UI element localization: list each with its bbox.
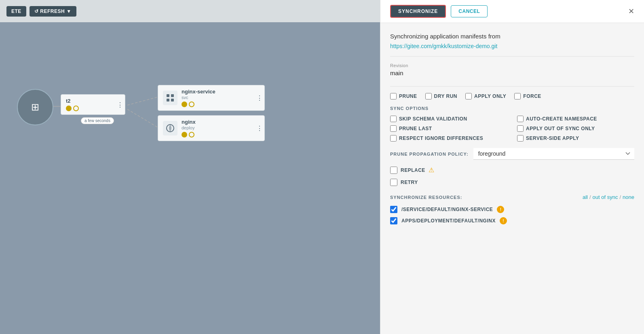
main-node-icon: ⊞ — [31, 101, 39, 113]
server-side-item[interactable]: SERVER-SIDE APPLY — [517, 135, 634, 142]
diagram-area: ETE ↺ REFRESH ▼ ⊞ t2 ⋮ — [0, 0, 380, 334]
service-node-name: nginx-service — [182, 89, 260, 95]
prune-policy-label: PRUNE PROPAGATION POLICY: — [390, 152, 469, 156]
prune-policy-select[interactable]: foreground background orphan — [473, 148, 634, 160]
panel-header: SYNCHRONIZE CANCEL ✕ — [380, 0, 644, 23]
deploy-node-menu[interactable]: ⋮ — [256, 125, 263, 132]
retry-checkbox[interactable] — [390, 179, 397, 186]
service-status-1 — [182, 101, 187, 107]
resources-section-title: SYNCHRONIZE RESOURCES: — [390, 195, 462, 200]
prune-policy-row: PRUNE PROPAGATION POLICY: foreground bac… — [390, 148, 634, 160]
refresh-label: REFRESH — [40, 8, 65, 14]
resources-header: SYNCHRONIZE RESOURCES: all / out of sync… — [390, 194, 634, 200]
deploy-node[interactable]: nginx deploy ⋮ — [158, 115, 265, 141]
dry-run-checkbox[interactable] — [425, 93, 432, 99]
revision-value: main — [390, 70, 634, 80]
sync-options-title: SYNC OPTIONS — [390, 106, 634, 111]
toolbar: ETE ↺ REFRESH ▼ — [0, 0, 380, 22]
dry-run-checkbox-item[interactable]: DRY RUN — [425, 93, 458, 99]
force-label: FORCE — [523, 93, 541, 99]
service-node-icon — [163, 91, 177, 105]
dry-run-label: DRY RUN — [434, 93, 458, 99]
revision-label: Revision — [390, 63, 634, 68]
respect-ignore-item[interactable]: RESPECT IGNORE DIFFERENCES — [390, 135, 507, 142]
status-dot-2 — [73, 106, 79, 111]
panel-body: Synchronizing application manifests from… — [380, 23, 644, 334]
prune-last-label: PRUNE LAST — [399, 126, 432, 131]
apply-oos-item[interactable]: APPLY OUT OF SYNC ONLY — [517, 125, 634, 132]
delete-button[interactable]: ETE — [6, 6, 26, 17]
auto-create-ns-label: AUTO-CREATE NAMESPACE — [526, 116, 597, 122]
skip-schema-label: SKIP SCHEMA VALIDATION — [399, 116, 467, 122]
resource-2-badge: ! — [500, 217, 507, 224]
diagram-content: ⊞ t2 ⋮ a few seconds nginx-service svc — [0, 22, 380, 334]
service-status-2 — [189, 101, 194, 107]
deploy-status-2 — [189, 132, 194, 137]
apply-only-checkbox[interactable] — [465, 93, 472, 99]
refresh-button[interactable]: ↺ REFRESH ▼ — [30, 6, 76, 17]
svg-rect-4 — [171, 94, 174, 97]
all-resources-link[interactable]: all — [583, 194, 588, 200]
auto-create-ns-checkbox[interactable] — [517, 116, 524, 122]
replace-checkbox[interactable] — [390, 167, 397, 174]
prune-checkbox[interactable] — [390, 93, 397, 99]
repo-url-link[interactable]: https://gitee.com/gmkk/kustomize-demo.gi… — [390, 43, 497, 49]
respect-ignore-checkbox[interactable] — [390, 135, 397, 142]
prune-checkbox-item[interactable]: PRUNE — [390, 93, 417, 99]
deploy-node-info: nginx deploy — [182, 119, 260, 137]
out-of-sync-link[interactable]: out of sync — [593, 194, 618, 200]
auto-create-ns-item[interactable]: AUTO-CREATE NAMESPACE — [517, 116, 634, 122]
deploy-node-sub: deploy — [182, 125, 260, 130]
apply-only-label: APPLY ONLY — [474, 93, 506, 99]
svg-rect-6 — [171, 99, 174, 101]
resource-2-checkbox[interactable] — [390, 217, 397, 224]
cancel-button[interactable]: CANCEL — [451, 5, 488, 17]
respect-ignore-label: RESPECT IGNORE DIFFERENCES — [399, 135, 483, 141]
service-node[interactable]: nginx-service svc ⋮ — [158, 85, 265, 111]
status-dot-1 — [66, 106, 72, 111]
resource-2-path: APPS/DEPLOYMENT/DEFAULT/NGINX — [401, 218, 496, 224]
retry-label: RETRY — [401, 180, 418, 185]
service-node-menu[interactable]: ⋮ — [256, 94, 263, 102]
t2-node-menu[interactable]: ⋮ — [117, 101, 123, 108]
t2-node-status — [66, 106, 120, 111]
time-badge: a few seconds — [81, 117, 114, 124]
resource-1-checkbox[interactable] — [390, 206, 397, 213]
delete-label: ETE — [11, 8, 21, 14]
svg-line-0 — [127, 97, 158, 105]
t2-node[interactable]: t2 ⋮ — [61, 94, 125, 115]
close-button[interactable]: ✕ — [628, 7, 634, 16]
apply-oos-label: APPLY OUT OF SYNC ONLY — [526, 126, 595, 131]
resource-1-badge: ! — [497, 206, 504, 213]
server-side-checkbox[interactable] — [517, 135, 524, 142]
resource-item-1: /SERVICE/DEFAULT/NGINX-SERVICE ! — [390, 206, 634, 213]
resource-item-2: APPS/DEPLOYMENT/DEFAULT/NGINX ! — [390, 217, 634, 224]
replace-row: REPLACE ⚠ — [390, 166, 634, 174]
none-link[interactable]: none — [623, 194, 634, 200]
chevron-down-icon: ▼ — [66, 8, 71, 14]
apply-only-checkbox-item[interactable]: APPLY ONLY — [465, 93, 506, 99]
skip-schema-checkbox[interactable] — [390, 116, 397, 122]
force-checkbox[interactable] — [514, 93, 521, 99]
resource-1-path: /SERVICE/DEFAULT/NGINX-SERVICE — [401, 207, 493, 212]
replace-label: REPLACE — [401, 167, 425, 173]
prune-last-checkbox[interactable] — [390, 125, 397, 132]
deploy-node-icon — [163, 121, 177, 135]
sync-description: Synchronizing application manifests from — [390, 33, 500, 40]
apply-oos-checkbox[interactable] — [517, 125, 524, 132]
main-node[interactable]: ⊞ — [17, 89, 53, 125]
service-node-sub: svc — [182, 95, 260, 100]
sync-panel: SYNCHRONIZE CANCEL ✕ Synchronizing appli… — [380, 0, 644, 334]
force-checkbox-item[interactable]: FORCE — [514, 93, 541, 99]
divider-2 — [390, 86, 634, 87]
resources-links: all / out of sync / none — [583, 194, 634, 200]
top-checkboxes-row: PRUNE DRY RUN APPLY ONLY FORCE — [390, 93, 634, 99]
warning-icon: ⚠ — [429, 166, 434, 174]
sync-options-grid: SKIP SCHEMA VALIDATION AUTO-CREATE NAMES… — [390, 116, 634, 142]
service-node-info: nginx-service svc — [182, 89, 260, 107]
synchronize-button[interactable]: SYNCHRONIZE — [390, 5, 446, 18]
skip-schema-item[interactable]: SKIP SCHEMA VALIDATION — [390, 116, 507, 122]
retry-row: RETRY — [390, 179, 634, 186]
prune-last-item[interactable]: PRUNE LAST — [390, 125, 507, 132]
prune-label: PRUNE — [399, 93, 417, 99]
